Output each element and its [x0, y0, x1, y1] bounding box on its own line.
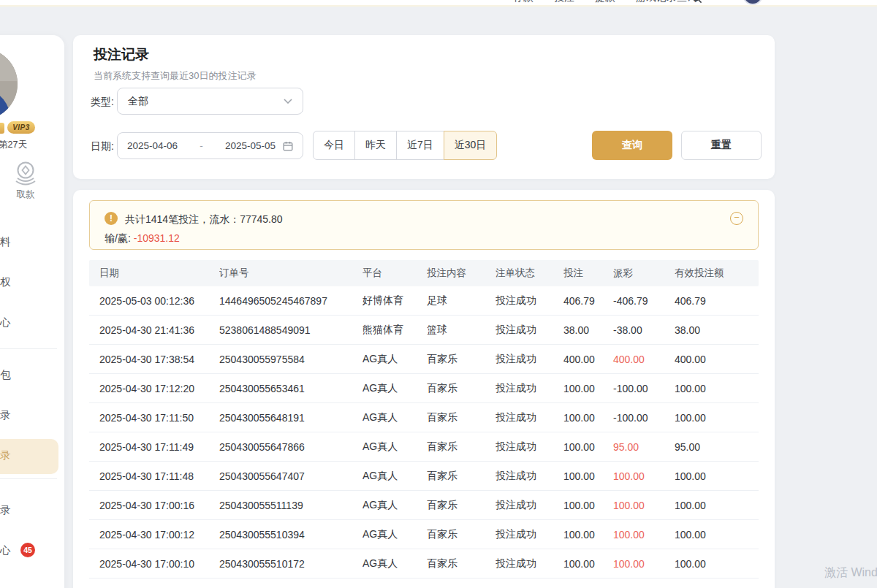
cell-status: 投注成功 — [496, 499, 563, 512]
collapse-icon[interactable]: − — [730, 212, 743, 225]
cell-bet-content: 百家乐 — [427, 528, 496, 541]
cell-bet-amount: 100.00 — [563, 441, 613, 453]
page-subtitle: 当前系统支持查询最近30日的投注记录 — [94, 69, 256, 83]
sidebar-item[interactable]: 权 — [0, 275, 11, 291]
date-start-value: 2025-04-06 — [127, 140, 178, 151]
cell-date: 2025-04-30 17:11:50 — [89, 412, 219, 424]
table-row: 2025-04-30 17:12:20250430055653461AG真人百家… — [89, 374, 759, 403]
cell-order-number: 250430055653461 — [219, 383, 362, 394]
cell-date: 2025-05-03 00:12:36 — [89, 295, 219, 307]
cell-order-number: 250430055975584 — [219, 354, 362, 365]
cell-status: 投注成功 — [496, 470, 563, 483]
cell-bet-amount: 100.00 — [563, 500, 613, 511]
table-header-cell: 投注内容 — [427, 267, 496, 280]
date-end-value: 2025-05-05 — [225, 140, 276, 151]
cell-bet-amount: 406.79 — [563, 295, 613, 307]
topbar-nav-item[interactable]: 提款 — [595, 0, 615, 4]
cell-status: 投注成功 — [496, 294, 563, 308]
cell-platform: AG真人 — [362, 411, 427, 424]
topbar-nav-item[interactable]: 存款 — [513, 0, 534, 4]
table-header-cell: 投注 — [563, 267, 613, 280]
cell-date: 2025-04-30 17:00:10 — [89, 558, 219, 570]
cell-valid-amount: 100.00 — [675, 500, 759, 511]
sidebar-item[interactable]: 料 — [0, 235, 11, 251]
table-header-cell: 日期 — [89, 267, 219, 280]
vip-day-counter: 第27天 — [0, 139, 27, 151]
cell-date: 2025-04-30 17:12:20 — [89, 383, 219, 394]
sidebar-divider — [0, 348, 57, 349]
cell-platform: AG真人 — [362, 528, 427, 541]
cell-date: 2025-04-30 17:38:54 — [89, 354, 219, 365]
type-select[interactable]: 全部 — [117, 88, 303, 115]
sidebar-item[interactable]: 录 — [0, 503, 11, 519]
cell-valid-amount: 95.00 — [675, 441, 759, 453]
cell-order-number: 250430055648191 — [219, 412, 362, 424]
cell-valid-amount: 100.00 — [675, 470, 759, 482]
sidebar-item[interactable]: 录 — [0, 448, 11, 465]
cell-platform: AG真人 — [362, 557, 427, 570]
topbar-nav-item[interactable]: 游戏记录查询 — [636, 0, 697, 4]
cell-status: 投注成功 — [496, 324, 563, 337]
withdraw-icon — [12, 159, 39, 187]
cell-bet-content: 百家乐 — [427, 440, 496, 454]
cell-bet-amount: 100.00 — [563, 470, 613, 482]
sidebar-item[interactable]: 心 — [0, 316, 11, 332]
cell-platform: 好博体育 — [362, 294, 427, 308]
bet-records-table-card: ! 共计1414笔投注，流水：77745.80 输/赢:-10931.12 − … — [73, 190, 775, 588]
cell-order-number: 250430055647407 — [219, 470, 362, 482]
cell-bet-amount: 100.00 — [563, 412, 613, 424]
cell-bet-content: 百家乐 — [427, 411, 496, 424]
windows-activation-watermark: 激活 Windows — [824, 565, 877, 581]
cell-payout: -100.00 — [613, 412, 675, 424]
table-header-row: 日期订单号平台投注内容注单状态投注派彩有效投注额 — [89, 260, 759, 286]
quick-button[interactable]: 今日 — [313, 131, 355, 160]
sidebar-item[interactable]: 包 — [0, 368, 11, 384]
date-separator: - — [178, 140, 225, 151]
cell-bet-amount: 400.00 — [563, 354, 613, 365]
search-icon[interactable] — [691, 0, 702, 4]
cell-bet-content: 篮球 — [427, 324, 496, 337]
cell-bet-content: 足球 — [427, 294, 496, 308]
winloss-value: -10931.12 — [134, 232, 180, 244]
cell-payout: 400.00 — [613, 354, 675, 365]
withdraw-shortcut[interactable]: 取款 — [10, 159, 41, 201]
cell-valid-amount: 100.00 — [675, 558, 759, 570]
cell-date: 2025-04-30 17:11:49 — [89, 441, 219, 453]
query-button[interactable]: 查询 — [592, 131, 672, 160]
quick-button[interactable]: 近30日 — [444, 131, 498, 160]
vip-level-badge: VIP3 — [7, 121, 35, 134]
reset-button[interactable]: 重置 — [681, 131, 762, 160]
info-icon: ! — [105, 212, 118, 225]
cell-date: 2025-04-30 17:00:12 — [89, 529, 219, 541]
sidebar-item[interactable]: 心 — [0, 543, 11, 560]
date-range-input[interactable]: 2025-04-06 - 2025-05-05 — [117, 132, 303, 159]
quick-button[interactable]: 近7日 — [396, 131, 444, 160]
table-header-cell: 订单号 — [219, 267, 362, 280]
sidebar-divider — [0, 478, 57, 479]
summary-winloss: 输/赢:-10931.12 — [105, 232, 180, 245]
cell-status: 投注成功 — [496, 557, 563, 570]
user-avatar-small[interactable] — [743, 0, 763, 5]
quick-button[interactable]: 昨天 — [354, 131, 397, 160]
cell-order-number: 250430055510172 — [219, 558, 362, 570]
cell-bet-content: 百家乐 — [427, 557, 496, 570]
cell-valid-amount: 100.00 — [675, 529, 759, 541]
cell-bet-amount: 38.00 — [563, 324, 613, 336]
date-label: 日期: — [91, 140, 114, 153]
type-label: 类型: — [91, 96, 114, 109]
cell-date: 2025-04-30 17:00:16 — [89, 500, 219, 511]
table-header-cell: 注单状态 — [496, 267, 563, 280]
cell-platform: AG真人 — [362, 499, 427, 512]
cell-payout: -406.79 — [613, 295, 675, 307]
cell-platform: AG真人 — [362, 353, 427, 366]
table-row: 2025-04-30 17:00:10250430055510172AG真人百家… — [89, 549, 759, 579]
topbar-nav-item[interactable]: 投注 — [554, 0, 574, 4]
table-header-cell: 平台 — [362, 267, 427, 280]
table-row: 2025-04-30 17:11:48250430055647407AG真人百家… — [89, 462, 759, 491]
cell-order-number: 5238061488549091 — [219, 324, 362, 336]
user-avatar[interactable] — [0, 48, 18, 120]
sidebar-item[interactable]: 录 — [0, 408, 11, 424]
cell-bet-amount: 100.00 — [563, 558, 613, 570]
cell-valid-amount: 400.00 — [675, 354, 759, 365]
cell-status: 投注成功 — [496, 440, 563, 454]
